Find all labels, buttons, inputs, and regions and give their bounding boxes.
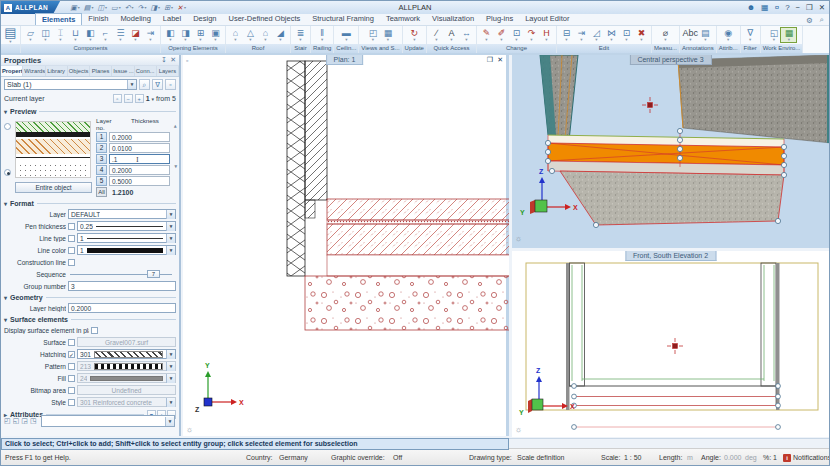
layer-radio[interactable] xyxy=(4,123,11,130)
slab-section[interactable] xyxy=(305,199,509,330)
ribbon-tab[interactable]: Elements xyxy=(35,13,82,25)
layer-number-cell[interactable]: 5 xyxy=(96,176,107,186)
ribbon-tool-icon[interactable]: ‖▾ xyxy=(315,28,330,42)
ribbon-tool-icon[interactable]: ⌀▾ xyxy=(658,28,673,42)
construction-line-checkbox[interactable] xyxy=(68,259,75,266)
ribbon-tool-icon[interactable]: ◿▾ xyxy=(589,28,604,42)
layer-number-cell[interactable]: 4 xyxy=(96,165,107,175)
layer-thickness-input[interactable]: 0.5000 xyxy=(109,176,170,186)
attribute-filter-input[interactable]: ▾ xyxy=(41,415,176,427)
wall-section[interactable] xyxy=(287,61,327,276)
ribbon-tool-icon[interactable]: ◨▾ xyxy=(178,28,193,42)
angle-value[interactable]: 0.000 xyxy=(724,454,742,461)
render-settings-icon[interactable]: ☼ xyxy=(515,425,522,434)
ribbon-tool-icon[interactable]: ☰▾ xyxy=(113,28,128,42)
right-wall-3d[interactable] xyxy=(678,55,830,143)
ribbon-tool-icon[interactable]: ◧▾ xyxy=(83,28,98,42)
ribbon-tool-icon[interactable]: ↻▾ xyxy=(407,28,422,42)
apps-grid-icon[interactable]: ▦ xyxy=(761,3,769,12)
layer-height-input[interactable]: 0.2000 xyxy=(68,303,176,313)
render-settings-icon[interactable]: ☼ xyxy=(186,425,193,434)
viewport-restore-icon[interactable]: ❐ xyxy=(487,56,493,64)
quick-access-icon[interactable]: ▣▾ xyxy=(70,4,80,12)
ribbon-tool-icon[interactable]: ∇▾ xyxy=(743,28,758,42)
layer-prev-icon[interactable]: − xyxy=(124,94,133,103)
layer-number-cell[interactable]: 3 xyxy=(96,154,107,164)
shop-cart-icon[interactable]: ¤ xyxy=(775,3,779,12)
scale-value[interactable]: 1 : 50 xyxy=(624,454,642,461)
line-color-checkbox[interactable] xyxy=(68,247,75,254)
layer-thickness-input[interactable]: .1 xyxy=(109,154,170,164)
ribbon-tool-icon[interactable]: ◰▾ xyxy=(365,28,380,42)
quick-access-icon[interactable]: ↷▾ xyxy=(138,4,147,12)
display-surface-checkbox[interactable] xyxy=(91,327,98,334)
ribbon-tool-icon[interactable]: ▱▾ xyxy=(23,28,38,42)
country-value[interactable]: Germany xyxy=(279,454,308,461)
help-icon[interactable]: ? xyxy=(785,3,789,12)
surface-checkbox[interactable] xyxy=(68,339,75,346)
layer-number-cell[interactable]: 1 xyxy=(96,132,107,142)
scroll-down-icon[interactable]: ▾ xyxy=(174,163,177,169)
element-type-select[interactable]: Slab (1) ▾ xyxy=(4,79,137,90)
panel-tab[interactable]: Conn... xyxy=(135,66,157,76)
surface-file[interactable]: Gravel007.surf xyxy=(77,337,176,347)
bitmap-area-checkbox[interactable] xyxy=(68,387,75,394)
panel-tab[interactable]: Library xyxy=(46,66,68,76)
ribbon-tool-icon[interactable]: ⇥▾ xyxy=(143,28,158,42)
quick-access-icon[interactable]: ↶▾ xyxy=(125,4,134,12)
pen-thickness-checkbox[interactable] xyxy=(68,223,75,230)
ribbon-tab[interactable]: Plug-ins xyxy=(480,13,519,25)
section-geometry[interactable]: ▾ Geometry xyxy=(4,294,176,301)
ribbon-tool-icon[interactable]: ⊔▾ xyxy=(68,28,83,42)
style-checkbox[interactable] xyxy=(68,399,75,406)
ribbon-tool-icon[interactable]: ⊟▾ xyxy=(559,28,574,42)
ribbon-tab[interactable]: Label xyxy=(157,13,187,25)
layer-next-icon[interactable]: + xyxy=(135,94,144,103)
panel-tab[interactable]: Objects xyxy=(68,66,90,76)
line-type-select[interactable]: 1▾ xyxy=(77,233,176,243)
search-button[interactable]: ⌕ xyxy=(139,79,150,90)
ribbon-tool-icon[interactable]: △▾ xyxy=(243,28,258,42)
viewport-title-plan[interactable]: Plan: 1 xyxy=(326,55,364,65)
quick-access-icon[interactable]: ⊞▾ xyxy=(164,4,173,12)
quick-access-icon[interactable]: ▭▾ xyxy=(111,4,121,12)
chevron-down-icon[interactable]: ▾ xyxy=(127,80,136,89)
ribbon-tool-icon[interactable]: ⊡▾ xyxy=(619,28,634,42)
notifications-icon[interactable]: i xyxy=(783,454,791,462)
ribbon-tool-icon[interactable]: ⌂▾ xyxy=(258,28,273,42)
ribbon-tool-icon[interactable]: ≣▾ xyxy=(293,28,308,42)
viewport-perspective[interactable]: Central perspective 3 xyxy=(512,55,829,248)
selection-tool-icon[interactable]: ◱ xyxy=(13,417,20,424)
quick-access-icon[interactable]: ◨▾ xyxy=(150,4,160,12)
ribbon-tool-icon[interactable]: ◧▾ xyxy=(163,28,178,42)
ribbon-tool-icon[interactable]: ▤▾ xyxy=(698,28,713,42)
line-type-checkbox[interactable] xyxy=(68,235,75,242)
ribbon-tab[interactable]: Teamwork xyxy=(380,13,426,25)
ribbon-tool-icon[interactable]: ▦▾ xyxy=(380,28,395,42)
pen-thickness-select[interactable]: 0.25▾ xyxy=(77,221,176,231)
panel-tab[interactable]: Propert... xyxy=(1,66,23,76)
fill-select[interactable]: 24▾ xyxy=(77,373,176,383)
scroll-up-icon[interactable]: ▾ xyxy=(174,124,177,130)
ribbon-tool-icon[interactable]: ⋈▾ xyxy=(604,28,619,42)
viewport-elevation[interactable]: Front, South Elevation 2 xyxy=(512,251,829,436)
viewport-title-elevation[interactable]: Front, South Elevation 2 xyxy=(625,251,716,261)
ribbon-tool-icon[interactable]: ✐▾ xyxy=(494,28,509,42)
ribbon-tool-icon[interactable]: ⊞▾ xyxy=(193,28,208,42)
ribbon-tab[interactable]: Visualization xyxy=(426,13,480,25)
pattern-select[interactable]: 213▾ xyxy=(77,361,176,371)
panel-tab[interactable]: Wizards xyxy=(23,66,45,76)
close-button[interactable]: ✕ xyxy=(819,3,825,12)
ribbon-tool-icon[interactable]: ◫▾ xyxy=(38,28,53,42)
pin-icon[interactable]: ↧ xyxy=(161,56,167,64)
panel-close-icon[interactable]: ✕ xyxy=(170,56,176,64)
layer-thickness-input[interactable]: 0.2000 xyxy=(109,132,170,142)
ribbon-tab[interactable]: Structural Framing xyxy=(306,13,380,25)
ribbon-tool-icon[interactable]: ⌐▾ xyxy=(98,28,113,42)
ribbon-tool-icon[interactable]: Abc▾ xyxy=(683,28,698,42)
ribbon-tool-icon[interactable]: ✖▾ xyxy=(634,28,649,42)
fill-checkbox[interactable] xyxy=(68,375,75,382)
ribbon-tool-icon[interactable]: ◢▾ xyxy=(273,28,288,42)
user-account-icon[interactable]: ☻ xyxy=(747,3,755,12)
selection-tool-icon[interactable]: ◰ xyxy=(4,417,11,424)
